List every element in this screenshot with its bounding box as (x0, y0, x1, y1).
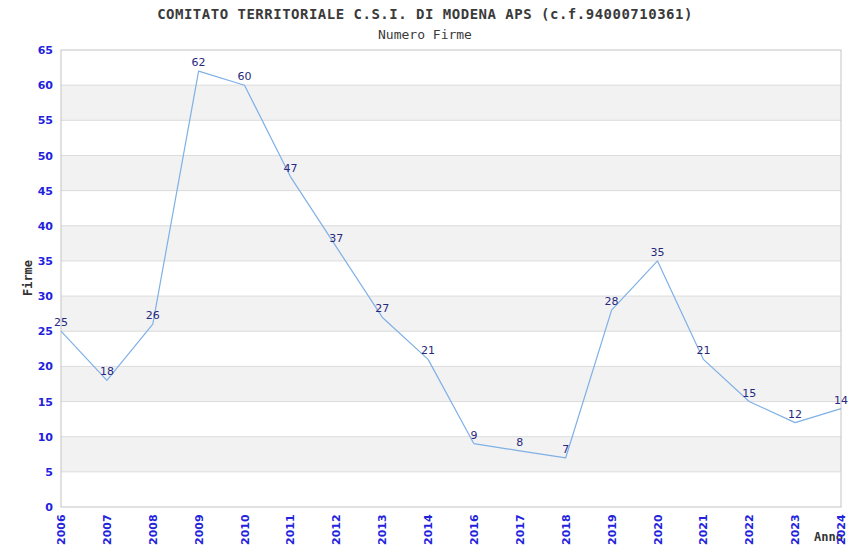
svg-text:2014: 2014 (422, 514, 435, 545)
y-tick-labels: 05101520253035404550556065 (38, 44, 54, 514)
svg-text:15: 15 (742, 387, 756, 400)
svg-text:65: 65 (38, 44, 53, 57)
svg-text:55: 55 (38, 114, 53, 127)
svg-text:45: 45 (38, 185, 53, 198)
line-chart: COMITATO TERRITORIALE C.S.I. DI MODENA A… (0, 0, 850, 550)
svg-text:7: 7 (562, 443, 569, 456)
svg-text:62: 62 (192, 56, 206, 69)
svg-text:50: 50 (38, 150, 54, 163)
svg-text:2016: 2016 (468, 514, 481, 545)
svg-text:9: 9 (470, 429, 477, 442)
svg-text:47: 47 (283, 162, 297, 175)
svg-text:37: 37 (329, 232, 343, 245)
svg-text:40: 40 (38, 220, 54, 233)
plot-bands (61, 85, 841, 472)
svg-text:12: 12 (788, 408, 802, 421)
svg-text:15: 15 (38, 396, 53, 409)
svg-text:0: 0 (45, 501, 53, 514)
svg-text:35: 35 (38, 255, 53, 268)
svg-text:21: 21 (696, 344, 710, 357)
svg-text:60: 60 (238, 70, 252, 83)
svg-text:2011: 2011 (284, 514, 297, 545)
svg-text:10: 10 (38, 431, 54, 444)
svg-text:2023: 2023 (789, 514, 802, 545)
svg-text:2009: 2009 (193, 514, 206, 545)
svg-text:2020: 2020 (652, 514, 665, 545)
svg-text:30: 30 (38, 290, 54, 303)
plot-area: 2518266260473727219872835211512140510152… (0, 0, 850, 550)
svg-text:2006: 2006 (55, 514, 68, 545)
svg-text:2018: 2018 (560, 514, 573, 545)
svg-text:28: 28 (605, 295, 619, 308)
svg-text:2024: 2024 (835, 514, 848, 545)
svg-text:2008: 2008 (147, 514, 160, 545)
svg-text:21: 21 (421, 344, 435, 357)
svg-text:26: 26 (146, 309, 160, 322)
svg-text:2017: 2017 (514, 514, 527, 545)
gridlines (61, 85, 841, 472)
svg-text:25: 25 (38, 325, 53, 338)
svg-text:25: 25 (54, 316, 68, 329)
svg-text:2013: 2013 (376, 514, 389, 545)
svg-text:2019: 2019 (606, 514, 619, 545)
svg-text:2022: 2022 (743, 514, 756, 545)
x-tick-labels: 2006200720082009201020112012201320142016… (55, 514, 848, 545)
svg-text:20: 20 (38, 360, 54, 373)
svg-text:27: 27 (375, 302, 389, 315)
svg-text:18: 18 (100, 365, 114, 378)
svg-text:2012: 2012 (330, 514, 343, 545)
svg-text:5: 5 (45, 466, 53, 479)
svg-text:2007: 2007 (101, 514, 114, 545)
svg-text:2021: 2021 (697, 514, 710, 545)
svg-text:35: 35 (651, 246, 665, 259)
svg-text:60: 60 (38, 79, 54, 92)
svg-text:14: 14 (834, 394, 848, 407)
svg-text:8: 8 (516, 436, 523, 449)
svg-text:2010: 2010 (239, 514, 252, 545)
